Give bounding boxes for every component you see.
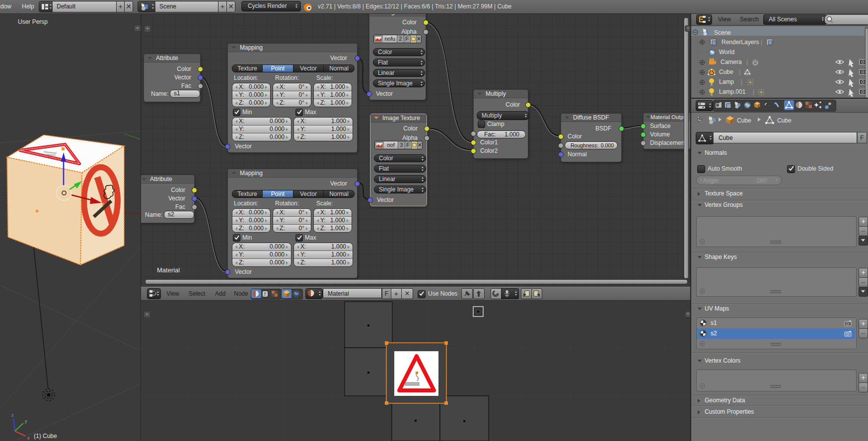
svg-text:y: y — [25, 419, 27, 424]
svg-text:x: x — [27, 436, 30, 441]
svg-text:z: z — [11, 413, 14, 418]
